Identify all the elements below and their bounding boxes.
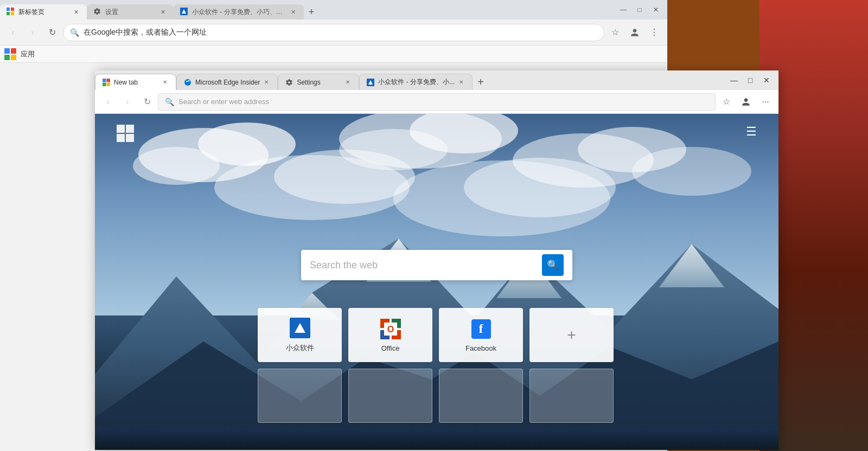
shortcut-add[interactable]: + bbox=[529, 308, 614, 362]
apps-grid-icon[interactable] bbox=[4, 48, 16, 60]
edge-search-icon: 🔍 bbox=[165, 98, 174, 106]
edge-toolbar: ‹ › ↻ 🔍 Search or enter web address ☆ ··… bbox=[95, 90, 778, 114]
chrome-tabs: 新标签页 ✕ 设置 ✕ 小众软件 - 分享免费、小巧、实... ✕ bbox=[0, 0, 612, 20]
edge-shortcuts: 小众软件 O Office bbox=[258, 308, 616, 423]
new-tab-icon bbox=[7, 8, 15, 16]
shortcut-xiaozhong[interactable]: 小众软件 bbox=[258, 308, 342, 362]
edge-tab-xiaozhong-title: 小众软件 - 分享免费、小... bbox=[378, 78, 455, 87]
chrome-address-text: 在Google中搜索，或者输入一个网址 bbox=[84, 28, 597, 37]
shortcut-office[interactable]: O Office bbox=[348, 308, 432, 362]
edge-back-button[interactable]: ‹ bbox=[99, 93, 117, 111]
svg-marker-32 bbox=[295, 323, 305, 333]
edge-content: ☰ Search the web 🔍 小众软件 bbox=[95, 114, 778, 450]
edge-minimize-button[interactable]: — bbox=[726, 73, 742, 88]
chrome-account-button[interactable] bbox=[626, 24, 643, 41]
svg-rect-7 bbox=[103, 82, 106, 86]
chrome-apps-bar: 应用 bbox=[0, 46, 667, 63]
shortcut-ghost-2[interactable] bbox=[348, 369, 432, 423]
chrome-toolbar: ‹ › ↻ 🔍 在Google中搜索，或者输入一个网址 ☆ ⋮ bbox=[0, 20, 667, 46]
chrome-tab-xiaozhong[interactable]: 小众软件 - 分享免费、小巧、实... ✕ bbox=[174, 4, 304, 20]
edge-titlebar: New tab ✕ Microsoft Edge Insider ✕ bbox=[95, 70, 778, 90]
edge-new-tab-button[interactable]: + bbox=[473, 74, 489, 90]
chrome-reload-button[interactable]: ↻ bbox=[43, 24, 61, 41]
shortcut-facebook[interactable]: f Facebook bbox=[439, 308, 523, 362]
edge-tab-newtab[interactable]: New tab ✕ bbox=[95, 74, 176, 90]
chrome-window-controls: — □ ✕ bbox=[612, 0, 667, 20]
edge-search-box: Search the web 🔍 bbox=[301, 250, 572, 280]
edge-search-placeholder: Search the web bbox=[310, 260, 542, 271]
chrome-tab-settings-close[interactable]: ✕ bbox=[158, 8, 167, 16]
shortcut-ghost-1[interactable] bbox=[258, 369, 342, 423]
chrome-titlebar: 新标签页 ✕ 设置 ✕ 小众软件 - 分享免费、小巧、实... ✕ bbox=[0, 0, 667, 20]
svg-rect-31 bbox=[95, 428, 778, 450]
svg-text:O: O bbox=[387, 325, 393, 334]
svg-point-24 bbox=[464, 158, 616, 217]
edge-tab-xiaozhong-close[interactable]: ✕ bbox=[457, 78, 465, 87]
edge-tab-insider[interactable]: Microsoft Edge Insider ✕ bbox=[176, 74, 278, 90]
edge-maximize-button[interactable]: □ bbox=[743, 73, 758, 88]
svg-rect-6 bbox=[107, 79, 111, 82]
chrome-close-button[interactable]: ✕ bbox=[649, 3, 663, 17]
facebook-shortcut-icon: f bbox=[470, 318, 492, 340]
chrome-tab-newtab[interactable]: 新标签页 ✕ bbox=[0, 4, 87, 20]
hamburger-menu-button[interactable]: ☰ bbox=[746, 125, 757, 139]
chrome-tab-xiaozhong-close[interactable]: ✕ bbox=[289, 8, 297, 16]
edge-menu-button[interactable]: ··· bbox=[757, 93, 774, 111]
shortcut-ghost-4[interactable] bbox=[529, 369, 614, 423]
edge-tab-settings[interactable]: Settings ✕ bbox=[278, 74, 359, 90]
edge-tab-insider-title: Microsoft Edge Insider bbox=[195, 79, 260, 86]
chrome-tab-newtab-close[interactable]: ✕ bbox=[72, 8, 80, 16]
chrome-bookmark-button[interactable]: ☆ bbox=[607, 24, 624, 41]
svg-marker-4 bbox=[182, 9, 186, 14]
edge-close-button[interactable]: ✕ bbox=[759, 73, 774, 88]
edge-tab-newtab-title: New tab bbox=[114, 79, 158, 86]
svg-rect-0 bbox=[7, 8, 10, 11]
office-shortcut-label: Office bbox=[381, 344, 400, 352]
chrome-tab-newtab-title: 新标签页 bbox=[18, 8, 69, 17]
xiaozhong-shortcut-label: 小众软件 bbox=[286, 343, 314, 353]
edge-tab-newtab-close[interactable]: ✕ bbox=[161, 78, 169, 87]
chrome-tab-settings[interactable]: 设置 ✕ bbox=[87, 4, 174, 20]
edge-reload-button[interactable]: ↻ bbox=[138, 93, 156, 111]
edge-newtab-icon bbox=[102, 78, 111, 87]
edge-address-placeholder: Search or enter web address bbox=[178, 98, 709, 106]
chrome-address-bar[interactable]: 🔍 在Google中搜索，或者输入一个网址 bbox=[63, 24, 604, 41]
apps-bar-label: 应用 bbox=[21, 49, 35, 59]
edge-account-button[interactable] bbox=[737, 93, 755, 111]
gear-icon bbox=[93, 8, 102, 16]
edge-address-bar[interactable]: 🔍 Search or enter web address bbox=[158, 93, 716, 111]
facebook-shortcut-label: Facebook bbox=[465, 344, 496, 352]
edge-toolbar-actions: ☆ ··· bbox=[718, 93, 774, 111]
chrome-forward-button[interactable]: › bbox=[24, 24, 41, 41]
edge-window: New tab ✕ Microsoft Edge Insider ✕ bbox=[95, 70, 778, 450]
chrome-back-button[interactable]: ‹ bbox=[4, 24, 22, 41]
chrome-minimize-button[interactable]: — bbox=[616, 3, 630, 17]
edge-tab-insider-close[interactable]: ✕ bbox=[262, 78, 271, 87]
svg-point-14 bbox=[133, 147, 220, 185]
chrome-menu-button[interactable]: ⋮ bbox=[646, 24, 663, 41]
search-icon: 🔍 bbox=[70, 28, 79, 37]
chrome-new-tab-button[interactable]: + bbox=[304, 4, 319, 20]
svg-point-20 bbox=[632, 147, 751, 196]
edge-tab-settings-close[interactable]: ✕ bbox=[343, 78, 352, 87]
svg-marker-10 bbox=[368, 80, 373, 85]
chrome-tab-xiaozhong-title: 小众软件 - 分享免费、小巧、实... bbox=[192, 8, 286, 17]
edge-tab-xiaozhong[interactable]: 小众软件 - 分享免费、小... ✕ bbox=[359, 74, 473, 90]
edge-tabs: New tab ✕ Microsoft Edge Insider ✕ bbox=[95, 70, 722, 90]
edge-bookmark-button[interactable]: ☆ bbox=[718, 93, 735, 111]
svg-rect-5 bbox=[103, 79, 106, 82]
windows-logo bbox=[117, 125, 134, 142]
svg-rect-2 bbox=[7, 12, 10, 15]
edge-forward-button[interactable]: › bbox=[119, 93, 136, 111]
chrome-maximize-button[interactable]: □ bbox=[633, 3, 647, 17]
edge-search-button-icon: 🔍 bbox=[547, 259, 559, 271]
edge-tab-settings-title: Settings bbox=[297, 79, 341, 86]
office-shortcut-icon: O bbox=[380, 318, 401, 340]
shortcut-ghost-3[interactable] bbox=[439, 369, 523, 423]
edge-xiaozhong-icon bbox=[366, 78, 375, 87]
chrome-toolbar-actions: ☆ ⋮ bbox=[607, 24, 663, 41]
edge-search-input-wrap[interactable]: Search the web 🔍 bbox=[301, 250, 572, 280]
edge-insider-icon bbox=[183, 78, 192, 87]
svg-rect-1 bbox=[11, 8, 14, 11]
edge-search-button[interactable]: 🔍 bbox=[542, 254, 564, 276]
